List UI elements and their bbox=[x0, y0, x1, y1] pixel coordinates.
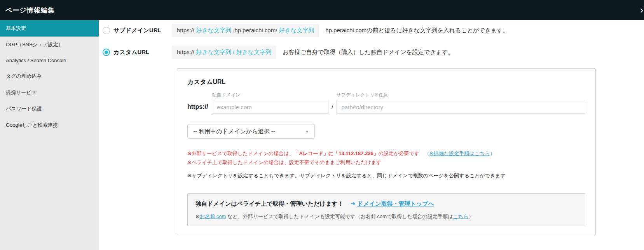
chevron-down-icon: ▼ bbox=[305, 129, 309, 134]
panel-title: カスタムURL bbox=[187, 78, 585, 86]
sidebar-item-password-protection[interactable]: パスワード保護 bbox=[0, 101, 99, 117]
promo-headline-row: 独自ドメインはペライチ上で取得・管理いただけます！➔ドメイン取得・管理トップへ bbox=[195, 200, 577, 208]
topbar: ページ情報編集 › bbox=[0, 0, 644, 20]
sidebar-item-tag-embed[interactable]: タグの埋め込み bbox=[0, 68, 99, 84]
dns-warnings: ※外部サービスで取得したドメインの場合は、「Aレコード」に「13.112.187… bbox=[187, 149, 585, 167]
protocol-label: https:// bbox=[187, 103, 208, 114]
promo-note: ※お名前.com など、外部サービスで取得したドメインも設定可能です（お名前.c… bbox=[195, 213, 577, 220]
custom-url-option: カスタムURL https:// 好きな文字列 / 好きな文字列 お客様ご自身で… bbox=[103, 45, 644, 59]
domain-select-dropdown[interactable]: -- 利用中のドメインから選択 -- ▼ bbox=[187, 124, 315, 139]
collapse-chevron-icon[interactable]: › bbox=[640, 5, 643, 15]
domain-field-label: 独自ドメイン bbox=[212, 92, 328, 98]
subdomain-part2: 好きな文字列 bbox=[279, 27, 314, 33]
peraichi-domain-warning: ※ペライチ上で取得したドメインの場合は、設定不要でそのままご利用いただけます bbox=[187, 158, 585, 167]
subdomain-option-label[interactable]: サブドメインURL bbox=[113, 27, 172, 34]
subdomain-url-example: https:// 好きな文字列 .hp.peraichi.com/ 好きな文字列 bbox=[172, 24, 319, 37]
subdirectory-field-label: サブディレクトリ※任意 bbox=[337, 92, 586, 98]
onamae-link[interactable]: お名前.com bbox=[200, 213, 226, 219]
custom-part2: 好きな文字列 bbox=[236, 49, 271, 55]
custom-url-panel: カスタムURL https:// 独自ドメイン / サブディレクトリ※任意 --… bbox=[177, 68, 596, 235]
domain-field-row: https:// 独自ドメイン / サブディレクトリ※任意 bbox=[187, 92, 585, 114]
sidebar-item-google-jobs[interactable]: Googleしごと検索連携 bbox=[0, 117, 99, 133]
main-content: サブドメインURL https:// 好きな文字列 .hp.peraichi.c… bbox=[99, 20, 644, 250]
setup-guide-link[interactable]: こちら bbox=[453, 213, 469, 219]
sidebar-item-partner-services[interactable]: 提携サービス bbox=[0, 84, 99, 101]
arrow-right-icon: ➔ bbox=[351, 200, 356, 207]
domain-promo-box: 独自ドメインはペライチ上で取得・管理いただけます！➔ドメイン取得・管理トップへ … bbox=[187, 193, 585, 226]
custom-url-radio[interactable] bbox=[103, 49, 110, 56]
promo-headline: 独自ドメインはペライチ上で取得・管理いただけます！ bbox=[195, 200, 344, 207]
subdomain-url-option: サブドメインURL https:// 好きな文字列 .hp.peraichi.c… bbox=[103, 23, 644, 37]
path-separator: / bbox=[328, 103, 336, 114]
custom-part1: 好きな文字列 bbox=[196, 49, 231, 55]
subdomain-radio[interactable] bbox=[103, 27, 110, 34]
custom-url-option-label[interactable]: カスタムURL bbox=[113, 49, 172, 56]
detailed-setup-link[interactable]: ※詳細な設定手順はこちら bbox=[429, 150, 490, 156]
subdirectory-note: ※サブディレクトリを設定することもできます。サブディレクトリを設定すると、同じド… bbox=[187, 172, 585, 179]
sidebar-item-ogp[interactable]: OGP（SNSシェア設定） bbox=[0, 37, 99, 53]
custom-url-example: https:// 好きな文字列 / 好きな文字列 bbox=[172, 45, 276, 59]
custom-url-description: お客様ご自身で取得（購入）した独自ドメインを設定できます。 bbox=[283, 49, 454, 56]
domain-select-label: -- 利用中のドメインから選択 -- bbox=[193, 128, 275, 135]
sidebar: 基本設定 OGP（SNSシェア設定） Analytics / Search Co… bbox=[0, 20, 99, 250]
domain-input[interactable] bbox=[212, 100, 328, 114]
subdomain-part1: 好きな文字列 bbox=[196, 27, 231, 33]
a-record-warning: ※外部サービスで取得したドメインの場合は、「Aレコード」に「13.112.187… bbox=[187, 149, 585, 158]
subdirectory-input[interactable] bbox=[337, 100, 586, 114]
page-title: ページ情報編集 bbox=[5, 6, 55, 15]
sidebar-item-analytics[interactable]: Analytics / Search Console bbox=[0, 53, 99, 68]
subdomain-description: hp.peraichi.comの前と後ろに好きな文字列を入れることができます。 bbox=[325, 27, 509, 34]
domain-management-link[interactable]: ドメイン取得・管理トップへ bbox=[357, 200, 434, 207]
sidebar-item-basic-settings[interactable]: 基本設定 bbox=[0, 20, 99, 37]
